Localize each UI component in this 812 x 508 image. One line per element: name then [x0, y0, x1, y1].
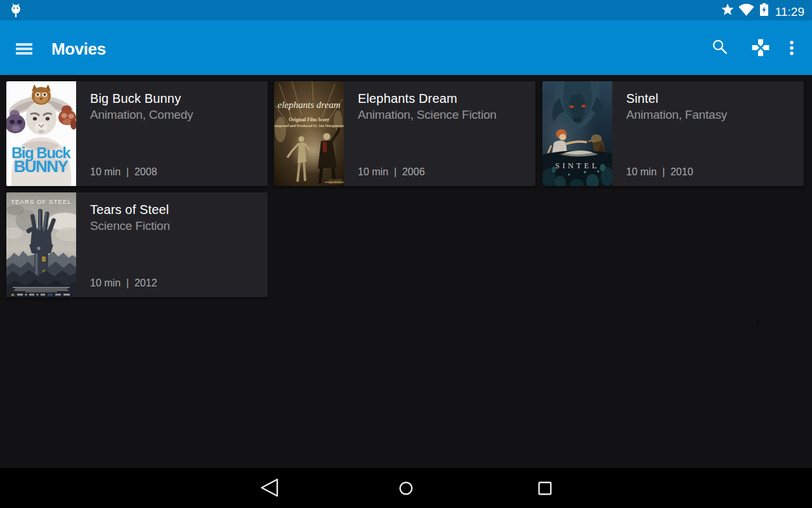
svg-text:orange.blender.org: orange.blender.org: [325, 180, 344, 184]
svg-text:SINTEL: SINTEL: [555, 161, 599, 170]
svg-text:elephants dream: elephants dream: [277, 100, 340, 110]
svg-text:TEARS OF STEEL: TEARS OF STEEL: [11, 198, 72, 205]
svg-text:BUNNY: BUNNY: [14, 157, 69, 176]
svg-text:Composed and Produced by Jan M: Composed and Produced by Jan Morgenstern: [274, 124, 344, 128]
svg-text:Original Film Score: Original Film Score: [289, 117, 329, 123]
